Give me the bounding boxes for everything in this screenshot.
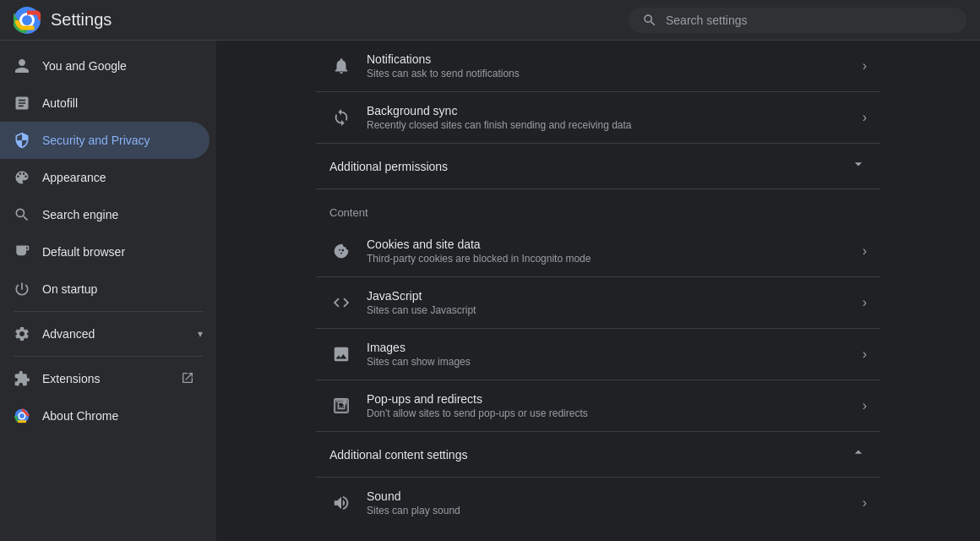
chrome-logo xyxy=(14,7,41,34)
sidebar-item-search-engine[interactable]: Search engine xyxy=(0,196,210,233)
sidebar: You and Google Autofill Security and Pri… xyxy=(0,41,216,541)
list-item-images[interactable]: Images Sites can show images › xyxy=(316,329,880,380)
additional-content-title: Additional content settings xyxy=(329,448,850,462)
sidebar-label-autofill: Autofill xyxy=(42,96,196,110)
additional-permissions-title: Additional permissions xyxy=(329,160,850,173)
sidebar-label-browser: Default browser xyxy=(42,245,196,259)
autofill-icon xyxy=(14,95,30,112)
sidebar-item-extensions[interactable]: Extensions xyxy=(0,360,210,397)
cookies-text: Cookies and site data Third-party cookie… xyxy=(367,238,849,265)
chrome-nav-icon xyxy=(14,407,30,424)
sidebar-item-appearance[interactable]: Appearance xyxy=(0,159,210,196)
background-sync-text: Background sync Recently closed sites ca… xyxy=(367,104,849,131)
sound-chevron: › xyxy=(863,495,867,511)
page-title: Settings xyxy=(51,10,112,30)
additional-permissions-header[interactable]: Additional permissions xyxy=(316,144,880,189)
sidebar-item-autofill[interactable]: Autofill xyxy=(0,85,210,122)
sidebar-item-default-browser[interactable]: Default browser xyxy=(0,233,210,270)
person-icon xyxy=(14,57,30,74)
notifications-title: Notifications xyxy=(367,52,849,66)
header: Settings xyxy=(0,0,980,41)
sidebar-label-about: About Chrome xyxy=(42,409,196,423)
list-item-background-sync[interactable]: Background sync Recently closed sites ca… xyxy=(316,92,880,144)
sidebar-label-security: Security and Privacy xyxy=(42,134,196,147)
popups-subtitle: Don't allow sites to send pop-ups or use… xyxy=(367,407,849,419)
additional-content-header[interactable]: Additional content settings xyxy=(316,432,880,478)
list-item-popups[interactable]: Pop-ups and redirects Don't allow sites … xyxy=(316,380,880,432)
cookies-subtitle: Third-party cookies are blocked in Incog… xyxy=(367,253,849,265)
advanced-icon xyxy=(14,325,30,342)
images-text: Images Sites can show images xyxy=(367,341,849,368)
cookies-title: Cookies and site data xyxy=(367,238,849,251)
list-item-cookies[interactable]: Cookies and site data Third-party cookie… xyxy=(316,226,880,277)
notifications-chevron: › xyxy=(863,58,867,74)
javascript-subtitle: Sites can use Javascript xyxy=(367,304,849,316)
sidebar-advanced-label: Advanced xyxy=(42,327,186,341)
sound-text: Sound Sites can play sound xyxy=(367,489,849,516)
code-icon xyxy=(329,291,353,314)
popups-title: Pop-ups and redirects xyxy=(367,392,849,406)
sync-icon xyxy=(329,106,353,129)
list-item-notifications[interactable]: Notifications Sites can ask to send noti… xyxy=(316,41,880,92)
browser-icon xyxy=(14,243,30,260)
svg-point-5 xyxy=(19,413,24,418)
sidebar-label-extensions: Extensions xyxy=(42,372,169,385)
sidebar-divider xyxy=(14,311,203,312)
sidebar-item-on-startup[interactable]: On startup xyxy=(0,270,210,308)
sound-title: Sound xyxy=(367,489,849,503)
popup-icon xyxy=(329,394,353,418)
background-sync-chevron: › xyxy=(863,110,867,125)
power-icon xyxy=(14,281,30,298)
external-link-icon xyxy=(181,371,196,386)
sidebar-item-security-privacy[interactable]: Security and Privacy xyxy=(0,122,210,159)
sound-icon xyxy=(329,491,353,515)
sidebar-advanced[interactable]: Advanced ▾ xyxy=(0,315,216,352)
shield-icon xyxy=(14,132,30,149)
popups-text: Pop-ups and redirects Don't allow sites … xyxy=(367,392,849,419)
javascript-title: JavaScript xyxy=(367,289,849,303)
additional-permissions-arrow xyxy=(850,156,867,177)
main-content: Notifications Sites can ask to send noti… xyxy=(216,41,980,541)
search-icon xyxy=(642,13,657,28)
search-bar[interactable] xyxy=(629,8,966,33)
svg-point-2 xyxy=(22,15,32,25)
images-chevron: › xyxy=(863,347,867,362)
search-input[interactable] xyxy=(666,14,953,27)
notifications-subtitle: Sites can ask to send notifications xyxy=(367,68,849,79)
extension-icon xyxy=(14,370,30,387)
notifications-text: Notifications Sites can ask to send noti… xyxy=(367,52,849,79)
javascript-chevron: › xyxy=(863,295,867,310)
search-nav-icon xyxy=(14,206,30,223)
layout: You and Google Autofill Security and Pri… xyxy=(0,41,980,541)
cookies-chevron: › xyxy=(863,243,867,259)
list-item-javascript[interactable]: JavaScript Sites can use Javascript › xyxy=(316,277,880,329)
sidebar-divider-2 xyxy=(14,356,203,357)
advanced-arrow-icon: ▾ xyxy=(198,328,203,340)
sidebar-item-you-and-google[interactable]: You and Google xyxy=(0,47,210,85)
sidebar-label-you-and-google: You and Google xyxy=(42,59,196,73)
additional-content-arrow xyxy=(850,444,867,465)
content-area: Notifications Sites can ask to send noti… xyxy=(302,41,894,528)
palette-icon xyxy=(14,169,30,186)
sidebar-label-startup: On startup xyxy=(42,282,196,296)
bell-icon xyxy=(329,54,353,78)
content-section-label: Content xyxy=(316,189,880,226)
image-icon xyxy=(329,342,353,366)
sidebar-label-appearance: Appearance xyxy=(42,171,196,184)
background-sync-title: Background sync xyxy=(367,104,849,117)
cookie-icon xyxy=(329,239,353,263)
sidebar-label-search: Search engine xyxy=(42,208,196,221)
popups-chevron: › xyxy=(863,398,867,413)
sound-subtitle: Sites can play sound xyxy=(367,505,849,516)
sidebar-item-about-chrome[interactable]: About Chrome xyxy=(0,397,210,434)
list-item-sound[interactable]: Sound Sites can play sound › xyxy=(316,478,880,528)
images-subtitle: Sites can show images xyxy=(367,356,849,368)
images-title: Images xyxy=(367,341,849,354)
javascript-text: JavaScript Sites can use Javascript xyxy=(367,289,849,316)
background-sync-subtitle: Recently closed sites can finish sending… xyxy=(367,119,849,131)
